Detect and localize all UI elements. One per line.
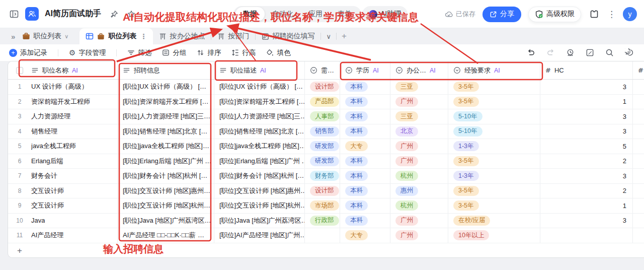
cell-hc[interactable]: 1	[540, 95, 633, 109]
cell-exp[interactable]: 5-10年	[448, 124, 540, 139]
cell-hc[interactable]	[540, 228, 633, 243]
view-list-dropdown-icon[interactable]: ∨	[326, 33, 331, 40]
cell-desc[interactable]: [职位]java全栈工程师 [地区]…	[214, 139, 305, 154]
cell-desc[interactable]: [职位]资深前端开发工程师 […	[214, 95, 305, 109]
cell-edu[interactable]: 本科	[340, 214, 390, 228]
cell-info[interactable]: [职位]财务会计 [地区]杭州 […	[118, 169, 214, 183]
cell-desc[interactable]: [职位]财务会计 [地区]杭州 […	[214, 169, 305, 183]
cell-info[interactable]: [职位]Erlang后端 [地区]广州 …	[118, 154, 214, 169]
cell-dept[interactable]: 研发部	[305, 139, 340, 154]
field-manage-button[interactable]: ⚙ 字段管理	[69, 48, 106, 57]
cell-desc[interactable]: [职位]AI产品经理 [地区]广州…	[214, 228, 305, 243]
cell-edu[interactable]: 本科	[340, 124, 390, 139]
cell-info[interactable]: [职位]交互设计师 [地区]杭州…	[118, 198, 214, 213]
cell-edu[interactable]: 本科	[340, 198, 390, 213]
cell-hc[interactable]: 3	[540, 80, 633, 94]
cell-loc[interactable]: 广州	[390, 228, 448, 243]
expand-tables-icon[interactable]: »	[11, 32, 15, 41]
cell-x[interactable]	[633, 169, 644, 183]
table-row[interactable]: 4销售经理[职位]销售经理 [地区]北京 […[职位]销售经理 [地区]北京 […	[8, 124, 644, 140]
edit-record-icon[interactable]	[584, 47, 596, 59]
cell-info[interactable]: [职位]销售经理 [地区]北京 […	[118, 124, 214, 139]
cell-x[interactable]	[633, 214, 644, 228]
cell-x[interactable]	[633, 184, 644, 198]
view-by-department[interactable]: 按部门	[217, 32, 249, 41]
table-row[interactable]: 3人力资源经理[职位]人力资源经理 [地区]三…[职位]人力资源经理 [地区]三…	[8, 109, 644, 124]
cell-dept[interactable]: 市场部	[305, 198, 340, 213]
search-icon[interactable]	[603, 47, 615, 59]
column-header-edu[interactable]: 学历AI	[340, 61, 390, 79]
table-row[interactable]: 5java全栈工程师[职位]java全栈工程师 [地区]…[职位]java全栈工…	[8, 139, 644, 154]
view-form-fill[interactable]: 招聘岗位填写	[262, 32, 314, 41]
more-menu-icon[interactable]: ⋮	[607, 9, 616, 20]
select-all-checkbox[interactable]	[16, 67, 23, 74]
cell-desc[interactable]: [职位]人力资源经理 [地区]三…	[214, 109, 305, 124]
cell-dept[interactable]: 设计部	[305, 184, 340, 198]
cell-exp[interactable]: 1-3年	[448, 139, 540, 154]
fill-color-button[interactable]: 填色	[266, 48, 290, 57]
share-button[interactable]: 分享	[482, 7, 521, 22]
cell-desc[interactable]: [职位]Erlang后端 [地区]广州 …	[214, 154, 305, 169]
cell-name[interactable]: 2资深前端开发工程师	[8, 95, 118, 109]
row-height-button[interactable]: 行高	[231, 48, 256, 57]
table-switcher[interactable]: 职位列表 ∨	[22, 32, 68, 41]
cell-dept[interactable]	[305, 228, 340, 243]
cell-dept[interactable]: 设计部	[305, 80, 340, 94]
cell-loc[interactable]: 三亚	[390, 109, 448, 124]
cell-name[interactable]: 11AI产品经理	[8, 228, 118, 243]
cell-hc[interactable]: 2	[540, 184, 633, 198]
cell-hc[interactable]: 5	[540, 139, 633, 154]
cell-hc[interactable]: 3	[540, 169, 633, 183]
cell-loc[interactable]: 北京	[390, 124, 448, 139]
cell-dept[interactable]: 研发部	[305, 154, 340, 169]
column-header-loc[interactable]: 办公…AI	[390, 61, 448, 79]
cell-x[interactable]	[633, 80, 644, 94]
cell-hc[interactable]: 2	[540, 154, 633, 169]
cell-exp[interactable]: 3-5年	[448, 154, 540, 169]
cell-edu[interactable]: 大专	[340, 139, 390, 154]
table-row[interactable]: 10Java[职位]Java [地区]广州荔湾区…[职位]Java [地区]广州…	[8, 214, 644, 229]
cell-hc[interactable]: 3	[540, 214, 633, 228]
reminder-icon[interactable]	[564, 47, 576, 59]
cell-name[interactable]: 3人力资源经理	[8, 109, 118, 124]
cell-loc[interactable]: 广州	[390, 139, 448, 154]
redo-icon[interactable]	[544, 47, 556, 59]
pin-icon[interactable]	[108, 8, 120, 20]
table-row[interactable]: 1UX 设计师（高级）[职位]UX 设计师（高级） […[职位]UX 设计师（高…	[8, 80, 644, 95]
sidebar-collapse-icon[interactable]	[8, 8, 20, 20]
cell-loc[interactable]: 广州	[390, 214, 448, 228]
cell-name[interactable]: 5java全栈工程师	[8, 139, 118, 154]
comment-icon[interactable]	[623, 47, 635, 59]
table-row[interactable]: 9交互设计师[职位]交互设计师 [地区]杭州…[职位]交互设计师 [地区]杭州……	[8, 198, 644, 214]
add-record-button[interactable]: + 添加记录	[9, 48, 47, 57]
cell-loc[interactable]: 三亚	[390, 80, 448, 94]
cell-desc[interactable]: [职位]交互设计师 [地区]惠州…	[214, 184, 305, 198]
cell-desc[interactable]: [职位]Java [地区]广州荔湾区…	[214, 214, 305, 228]
cell-x[interactable]	[633, 95, 644, 109]
table-row[interactable]: 6Erlang后端[职位]Erlang后端 [地区]广州 …[职位]Erlang…	[8, 154, 644, 169]
cell-name[interactable]: 7财务会计	[8, 169, 118, 183]
table-row[interactable]: 2资深前端开发工程师[职位]资深前端开发工程师 […[职位]资深前端开发工程师 …	[8, 95, 644, 110]
group-button[interactable]: 分组	[162, 48, 186, 57]
cell-info[interactable]: [职位]UX 设计师（高级） […	[118, 80, 214, 94]
cell-exp[interactable]: 1-3年	[448, 169, 540, 183]
cell-name[interactable]: 6Erlang后端	[8, 154, 118, 169]
column-header-name[interactable]: 职位名称AI	[8, 61, 118, 79]
cell-name[interactable]: 10Java	[8, 214, 118, 228]
cell-edu[interactable]: 大专	[340, 228, 390, 243]
column-header-x[interactable]: #	[633, 61, 644, 79]
cell-x[interactable]	[633, 124, 644, 139]
add-view-icon[interactable]: +	[342, 31, 347, 41]
cell-hc[interactable]: 3	[540, 124, 633, 139]
cell-x[interactable]	[633, 154, 644, 169]
cell-edu[interactable]: 本科	[340, 80, 390, 94]
cell-name[interactable]: 1UX 设计师（高级）	[8, 80, 118, 94]
cell-x[interactable]	[633, 109, 644, 124]
cell-hc[interactable]: 3	[540, 109, 633, 124]
sort-button[interactable]: 排序	[197, 48, 221, 57]
column-header-desc[interactable]: 职位描述AI	[214, 61, 305, 79]
active-view-tab[interactable]: 职位列表 ⋮	[79, 28, 153, 44]
cell-info[interactable]: [职位]交互设计师 [地区]惠州…	[118, 184, 214, 198]
cell-name[interactable]: 4销售经理	[8, 124, 118, 139]
cell-edu[interactable]: 本科	[340, 169, 390, 183]
